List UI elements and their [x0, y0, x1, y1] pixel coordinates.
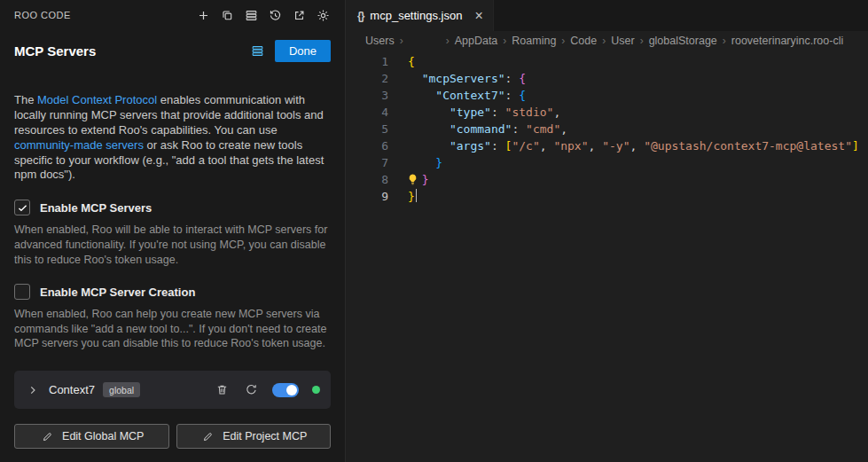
breadcrumb-item[interactable]: rooveterinaryinc.roo-cli: [731, 35, 843, 47]
toggle-knob: [286, 385, 297, 395]
roo-code-panel: ROO CODE MCP Servers Done The Model Cont…: [0, 0, 346, 462]
breadcrumb-separator-icon: ›: [723, 35, 726, 47]
new-window-icon[interactable]: [219, 7, 235, 23]
enable-mcp-servers-checkbox[interactable]: [14, 200, 30, 215]
setting-description: When enabled, Roo can help you create ne…: [14, 307, 331, 351]
setting-description: When enabled, Roo will be able to intera…: [14, 223, 331, 267]
server-scope-badge: global: [103, 382, 140, 397]
editor-group: {} mcp_settings.json × Users››AppData›Ro…: [346, 0, 868, 462]
code-line: 2 "mcpServers": {: [346, 70, 868, 87]
code-line-content[interactable]: }: [408, 171, 428, 188]
breadcrumb-item[interactable]: Users: [365, 35, 395, 47]
community-made-servers-link[interactable]: community-made servers: [14, 138, 144, 152]
tab-filename: mcp_settings.json: [370, 9, 462, 22]
done-button[interactable]: Done: [275, 40, 331, 62]
line-number: 8: [346, 171, 388, 188]
server-enabled-toggle[interactable]: [272, 383, 299, 397]
mcp-server-row: Context7 global: [14, 371, 331, 409]
breadcrumb-separator-icon: ›: [640, 35, 644, 47]
mcp-edit-buttons: Edit Global MCPEdit Project MCP: [14, 424, 331, 449]
gear-icon[interactable]: [315, 7, 331, 23]
code-line-content[interactable]: "type": "stdio",: [408, 104, 560, 121]
setting-section-enable-mcp-servers: Enable MCP ServersWhen enabled, Roo will…: [14, 200, 331, 267]
text-cursor: [416, 189, 418, 202]
setting-row: Enable MCP Servers: [14, 200, 331, 215]
breadcrumb-item[interactable]: globalStorage: [649, 35, 717, 47]
breadcrumb-item[interactable]: Code: [570, 35, 597, 47]
setting-label: Enable MCP Servers: [40, 201, 152, 215]
line-number: 4: [346, 104, 388, 121]
breadcrumb-separator-icon: ›: [602, 35, 606, 47]
button-label: Edit Project MCP: [223, 430, 307, 442]
page-title: MCP Servers: [14, 43, 96, 59]
code-line-content[interactable]: }: [408, 154, 442, 171]
tab-mcp-settings-json[interactable]: {} mcp_settings.json ×: [346, 0, 494, 31]
breadcrumb-separator-icon: ›: [561, 35, 565, 47]
line-number: 2: [346, 70, 388, 87]
code-line: 3 "Context7": {: [346, 87, 868, 104]
code-line: 8 }: [346, 171, 868, 188]
breadcrumb-separator-icon: ›: [503, 35, 506, 47]
code-line: 7 }: [346, 154, 868, 171]
code-line: 1{: [346, 53, 868, 70]
intro-paragraph: The Model Context Protocol enables commu…: [14, 93, 331, 183]
edit-global-mcp-button[interactable]: Edit Global MCP: [14, 424, 169, 449]
view-header: MCP Servers Done: [14, 38, 331, 63]
plus-icon[interactable]: [195, 7, 211, 23]
mcp-servers-icon[interactable]: [250, 43, 266, 59]
code-line-content[interactable]: }: [408, 188, 417, 205]
delete-server-icon[interactable]: [214, 382, 230, 398]
code-line-content[interactable]: {: [408, 53, 415, 70]
code-line-content[interactable]: "args": ["/c", "npx", "-y", "@upstash/co…: [408, 137, 859, 154]
breadcrumb: Users››AppData›Roaming›Code›User›globalS…: [346, 31, 868, 51]
code-line: 4 "type": "stdio",: [346, 104, 868, 121]
line-number: 7: [346, 154, 388, 171]
server-name: Context7: [49, 383, 95, 396]
server-status-dot: [312, 386, 320, 394]
breadcrumb-item[interactable]: AppData: [455, 35, 498, 47]
setting-label: Enable MCP Server Creation: [40, 286, 195, 299]
button-label: Edit Global MCP: [62, 430, 144, 442]
chevron-right-icon[interactable]: [25, 382, 41, 398]
code-line-content[interactable]: "mcpServers": {: [408, 70, 526, 87]
json-file-icon: {}: [357, 10, 364, 22]
intro-text: The: [14, 93, 37, 106]
line-number: 5: [346, 121, 388, 137]
panel-title: ROO CODE: [14, 10, 71, 20]
line-number: 1: [346, 53, 388, 70]
vscode-window: ROO CODE MCP Servers Done The Model Cont…: [0, 0, 868, 462]
panel-action-icons: [195, 7, 331, 23]
tab-bar: {} mcp_settings.json ×: [346, 0, 868, 31]
panel-header: ROO CODE: [14, 0, 331, 30]
server-actions: [214, 382, 320, 398]
line-number: 3: [346, 87, 388, 104]
code-line: 6 "args": ["/c", "npx", "-y", "@upstash/…: [346, 137, 868, 154]
breadcrumb-separator-icon: ›: [446, 35, 450, 47]
line-number: 6: [346, 137, 388, 154]
breadcrumb-separator-icon: ›: [400, 35, 403, 47]
pencil-icon: [199, 428, 215, 444]
code-line: 5 "command": "cmd",: [346, 121, 868, 137]
server-list-icon[interactable]: [243, 7, 259, 23]
settings-toggles: Enable MCP ServersWhen enabled, Roo will…: [14, 183, 331, 351]
setting-row: Enable MCP Server Creation: [14, 284, 331, 300]
code-line: 9}: [346, 188, 868, 205]
code-line-content[interactable]: "Context7": {: [408, 87, 526, 104]
edit-project-mcp-button[interactable]: Edit Project MCP: [176, 424, 332, 449]
model-context-protocol-link[interactable]: Model Context Protocol: [37, 93, 157, 106]
restart-server-icon[interactable]: [243, 382, 259, 398]
close-tab-icon[interactable]: ×: [474, 9, 482, 23]
history-icon[interactable]: [267, 7, 283, 23]
enable-mcp-server-creation-checkbox[interactable]: [14, 284, 30, 300]
pencil-icon: [39, 428, 55, 444]
setting-section-enable-mcp-server-creation: Enable MCP Server CreationWhen enabled, …: [14, 284, 331, 351]
code-editor[interactable]: 1{2 "mcpServers": {3 "Context7": {4 "typ…: [346, 51, 868, 462]
code-line-content[interactable]: "command": "cmd",: [408, 121, 567, 137]
breadcrumb-item[interactable]: User: [611, 35, 634, 47]
line-number: 9: [346, 188, 388, 205]
open-external-icon[interactable]: [291, 7, 307, 23]
breadcrumb-item[interactable]: Roaming: [512, 35, 556, 47]
